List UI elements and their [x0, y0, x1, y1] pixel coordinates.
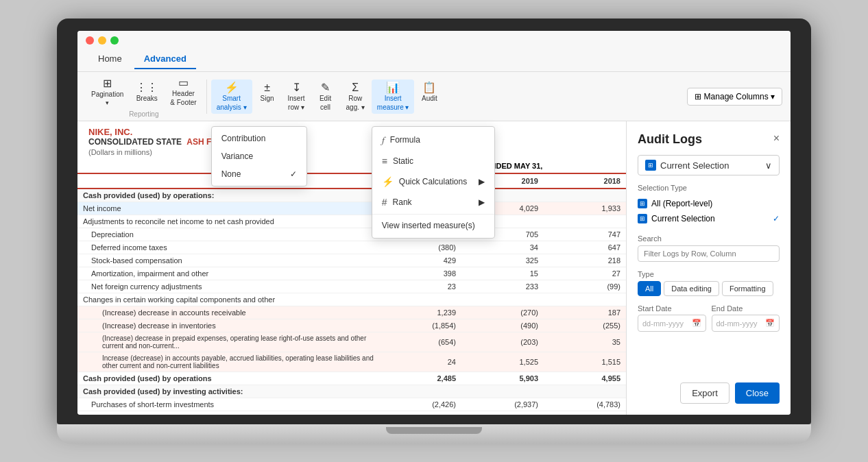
table-row: Cash provided (used) by investing activi…	[77, 385, 626, 398]
table-row: Deferred income taxes (380)34647	[77, 241, 626, 254]
breaks-button[interactable]: ⋮⋮ Breaks	[130, 75, 163, 109]
report-body[interactable]: NIKE, INC. CONSOLIDATED STATE ASH FLOWS …	[77, 121, 626, 415]
menu-divider	[372, 214, 494, 215]
audit-button[interactable]: 📋 Audit	[415, 80, 443, 105]
end-date-input[interactable]: dd-mm-yyyy 📅	[712, 315, 780, 332]
audit-icon: 📋	[422, 82, 436, 93]
table-row: Depreciation 721705747	[77, 228, 626, 241]
table-row: Adjustments to reconcile net income to n…	[77, 215, 626, 228]
report-dollars-note: (Dollars in millions)	[88, 148, 615, 156]
reporting-label: Reporting	[129, 110, 158, 118]
insert-row-button[interactable]: ↧ Insert row ▾	[282, 80, 311, 114]
header-footer-icon: ▭	[178, 77, 189, 88]
selected-check-icon: ✓	[773, 214, 780, 223]
pagination-button[interactable]: ⊞ Pagination ▾	[86, 75, 129, 109]
date-section: Start Date dd-mm-yyyy 📅 End Date dd-mm-y…	[638, 304, 780, 332]
tab-advanced[interactable]: Advanced	[134, 49, 196, 69]
rank-icon: #	[382, 197, 387, 208]
data-table: YEAR ENDED MAY 31, 2020 2019 2018	[77, 159, 626, 415]
type-formatting-button[interactable]: Formatting	[722, 281, 773, 296]
table-row: (Increase) decrease in prepaid expenses,…	[77, 332, 626, 352]
contribution-option[interactable]: Contribution	[212, 130, 306, 147]
smart-analysis-icon: ⚡	[225, 82, 239, 93]
toolbar: ⊞ Pagination ▾ ⋮⋮ Breaks ▭ Header & Foot…	[77, 72, 791, 121]
edit-cell-icon: ✎	[321, 82, 330, 93]
search-input[interactable]	[638, 245, 780, 262]
end-date-field: End Date dd-mm-yyyy 📅	[712, 304, 780, 332]
audit-close-button[interactable]: ×	[773, 132, 780, 145]
current-selection-dropdown[interactable]: ⊞ Current Selection ∨	[638, 155, 780, 175]
audit-panel: Audit Logs × ⊞ Current Selection	[626, 121, 791, 415]
variance-option[interactable]: Variance	[212, 147, 306, 165]
report-icon: ⊞	[638, 199, 647, 208]
row-agg-button[interactable]: Σ Row agg. ▾	[341, 80, 370, 114]
rank-option[interactable]: # Rank ▶	[372, 192, 494, 212]
sign-icon: ±	[264, 82, 270, 93]
laptop: Home Advanced ⊞ Pagination ▾ ⋮⋮	[57, 19, 811, 443]
static-option[interactable]: ≡ Static	[372, 151, 494, 171]
sign-button[interactable]: ± Sign	[254, 80, 281, 105]
insert-measure-dropdown: 𝑓 Formula ≡ Static ⚡ Quick Calculation	[372, 126, 495, 239]
report-header: NIKE, INC. CONSOLIDATED STATE ASH FLOWS …	[77, 121, 626, 159]
breaks-icon: ⋮⋮	[136, 82, 158, 93]
toolbar-sep-1	[206, 80, 207, 114]
table-row: Amortization, impairment and other 39815…	[77, 267, 626, 280]
none-option[interactable]: None ✓	[212, 165, 306, 183]
close-button[interactable]: Close	[735, 382, 780, 404]
table-row: Purchases of short-term investments (2,4…	[77, 398, 626, 411]
table-row: Cash provided (used) by operations 2,485…	[77, 372, 626, 385]
screen-bezel: Home Advanced ⊞ Pagination ▾ ⋮⋮	[57, 19, 811, 424]
edit-cell-button[interactable]: ✎ Edit cell	[312, 80, 339, 114]
table-row: Cash provided (used) by operations:	[77, 189, 626, 202]
company-name: NIKE, INC.	[88, 127, 615, 137]
start-date-input[interactable]: dd-mm-yyyy 📅	[638, 315, 706, 332]
type-data-editing-button[interactable]: Data editing	[664, 281, 719, 296]
manage-columns-button[interactable]: ⊞ Manage Columns ▾	[687, 88, 782, 106]
formula-option[interactable]: 𝑓 Formula	[372, 130, 494, 151]
rank-arrow: ▶	[479, 197, 485, 207]
selection-type-icon: ⊞	[638, 214, 647, 223]
calendar-icon: 📅	[692, 319, 701, 328]
minimize-window-icon[interactable]	[98, 36, 106, 45]
static-icon: ≡	[382, 156, 387, 167]
type-all-button[interactable]: All	[638, 281, 661, 296]
quick-calculations-option[interactable]: ⚡ Quick Calculations ▶	[372, 171, 494, 192]
current-selection-section: ⊞ Current Selection ∨	[638, 155, 780, 175]
audit-footer: Export Close	[638, 382, 780, 404]
table-row: Changes in certain working capital compo…	[77, 293, 626, 306]
laptop-notch	[386, 427, 482, 434]
dropdown-chevron-icon: ∨	[765, 160, 772, 171]
close-window-icon[interactable]	[86, 36, 94, 45]
audit-title: Audit Logs ×	[638, 132, 780, 147]
table-row[interactable]: Net income 2,539 4,029 1,933	[77, 202, 626, 215]
all-report-option[interactable]: ⊞ All (Report-level)	[638, 196, 780, 211]
current-selection-option[interactable]: ⊞ Current Selection ✓	[638, 211, 780, 226]
date-row: Start Date dd-mm-yyyy 📅 End Date dd-mm-y…	[638, 304, 780, 332]
smart-analysis-button[interactable]: ⚡ Smart analysis ▾	[211, 80, 252, 114]
table-row: Net foreign currency adjustments 23233(9…	[77, 280, 626, 293]
screen: Home Advanced ⊞ Pagination ▾ ⋮⋮	[77, 31, 791, 415]
view-inserted-option[interactable]: View inserted measure(s)	[372, 216, 494, 235]
insert-measure-button[interactable]: 📊 Insert measure ▾	[372, 80, 415, 114]
window-controls	[77, 31, 791, 47]
selection-icon: ⊞	[645, 160, 656, 171]
row-agg-icon: Σ	[352, 82, 359, 93]
tab-home[interactable]: Home	[88, 49, 132, 69]
pagination-icon: ⊞	[103, 78, 112, 89]
selection-type-section: Selection Type ⊞ All (Report-level) ⊞ Cu…	[638, 184, 780, 226]
quick-calc-arrow: ▶	[479, 177, 485, 186]
type-buttons: All Data editing Formatting	[638, 281, 780, 296]
type-section: Type All Data editing Formatting	[638, 270, 780, 296]
maximize-window-icon[interactable]	[110, 36, 119, 45]
table-row: Stock-based compensation 429325218	[77, 254, 626, 267]
table-row: (Increase) decrease in accounts receivab…	[77, 306, 626, 319]
calendar-end-icon: 📅	[765, 319, 775, 328]
report-area: NIKE, INC. CONSOLIDATED STATE ASH FLOWS …	[77, 121, 626, 415]
quick-calc-icon: ⚡	[382, 176, 394, 187]
export-button[interactable]: Export	[680, 382, 730, 404]
tab-bar: Home Advanced	[77, 47, 791, 72]
table-row: Maturities of short-term investments 741…	[77, 411, 626, 415]
header-footer-button[interactable]: ▭ Header & Footer	[165, 75, 202, 109]
laptop-base	[57, 424, 811, 443]
manage-columns-container: ⊞ Manage Columns ▾	[687, 88, 782, 106]
